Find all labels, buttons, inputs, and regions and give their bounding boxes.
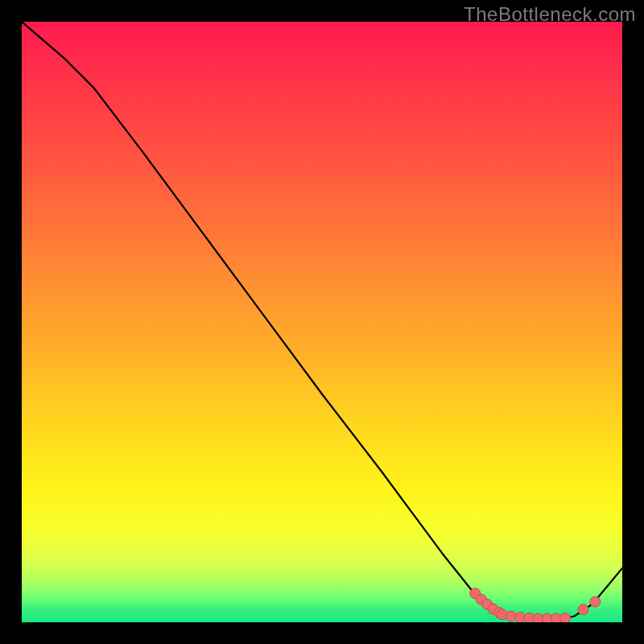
- data-point-marker: [497, 609, 507, 620]
- chart-frame: TheBottleneck.com: [0, 0, 644, 644]
- data-curve: [22, 22, 622, 619]
- data-point-marker: [560, 613, 571, 622]
- marker-group: [470, 588, 601, 622]
- data-point-marker: [590, 597, 601, 607]
- chart-svg: [22, 22, 622, 622]
- data-point-marker: [578, 605, 588, 615]
- plot-area: [22, 22, 622, 622]
- watermark-text: TheBottleneck.com: [464, 3, 636, 26]
